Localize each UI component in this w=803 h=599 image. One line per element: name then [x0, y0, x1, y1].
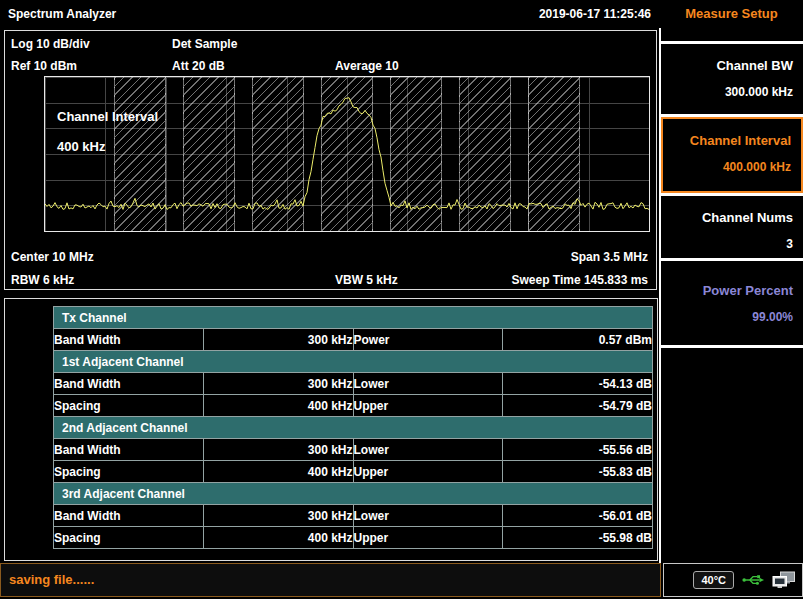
softkey-label: Channel BW: [661, 58, 793, 73]
row-label: Band Width: [54, 505, 204, 527]
row-value: -55.98 dB: [503, 527, 653, 549]
sidebar-spacer: [661, 28, 803, 41]
results-panel: Tx Channel Band Width 300 kHz Power 0.57…: [4, 298, 658, 561]
status-indicator-bar: 40°C: [663, 563, 803, 597]
table-row: Band Width 300 kHz Lower -54.13 dB: [54, 373, 653, 395]
softkey-channel-bw[interactable]: Channel BW 300.000 kHz: [661, 44, 803, 114]
row-label: Band Width: [54, 373, 204, 395]
graph-overlay-value: 400 kHz: [57, 139, 105, 154]
trace-svg: [45, 77, 649, 231]
spectrum-display-panel: Log 10 dB/div Det Sample Ref 10 dBm Att …: [4, 30, 657, 290]
row-label: Spacing: [54, 461, 204, 483]
rbw-label: RBW 6 kHz: [11, 273, 74, 287]
row-label: Band Width: [54, 329, 204, 351]
status-message-bar: saving file......: [0, 563, 661, 597]
section-title: 3rd Adjacent Channel: [54, 483, 653, 505]
softkey-label: Power Percent: [661, 283, 793, 298]
menu-title: Measure Setup: [660, 6, 803, 21]
row-value: 400 kHz: [203, 527, 353, 549]
datetime: 2019-06-17 11:25:46: [539, 7, 651, 21]
section-header-row: Tx Channel: [54, 307, 653, 329]
center-freq-label: Center 10 MHz: [11, 250, 94, 264]
row-label: Band Width: [54, 439, 204, 461]
row-label: Upper: [353, 461, 503, 483]
softkey-value: 3: [661, 237, 793, 251]
softkey-power-percent[interactable]: Power Percent 99.00%: [661, 269, 803, 345]
ref-level-annotation: Ref 10 dBm: [11, 59, 77, 73]
table-row: Band Width 300 kHz Lower -55.56 dB: [54, 439, 653, 461]
table-row: Band Width 300 kHz Power 0.57 dBm: [54, 329, 653, 351]
usb-icon: [742, 573, 764, 587]
softkey-channel-interval[interactable]: Channel Interval 400.000 kHz: [661, 117, 803, 193]
table-row: Spacing 400 kHz Upper -55.98 dB: [54, 527, 653, 549]
vbw-label: VBW 5 kHz: [335, 273, 398, 287]
section-header-row: 2nd Adjacent Channel: [54, 417, 653, 439]
top-bar: Spectrum Analyzer 2019-06-17 11:25:46 Me…: [0, 0, 803, 28]
temperature-chip: 40°C: [693, 571, 734, 589]
row-label: Spacing: [54, 527, 204, 549]
section-header-row: 1st Adjacent Channel: [54, 351, 653, 373]
softkey-value: 400.000 kHz: [663, 160, 791, 174]
row-value: 300 kHz: [203, 373, 353, 395]
row-value: 300 kHz: [203, 505, 353, 527]
section-header-row: 3rd Adjacent Channel: [54, 483, 653, 505]
graph-overlay-label: Channel Interval: [57, 109, 158, 124]
row-value: -55.83 dB: [503, 461, 653, 483]
row-value: -56.01 dB: [503, 505, 653, 527]
spectrum-analyzer-screen: Spectrum Analyzer 2019-06-17 11:25:46 Me…: [0, 0, 803, 599]
pc-network-icon: [772, 571, 796, 589]
row-label: Lower: [353, 439, 503, 461]
row-label: Upper: [353, 395, 503, 417]
app-title: Spectrum Analyzer: [8, 7, 116, 21]
section-title: Tx Channel: [54, 307, 653, 329]
softkey-label: Channel Interval: [663, 133, 791, 148]
row-value: 300 kHz: [203, 329, 353, 351]
table-row: Spacing 400 kHz Upper -55.83 dB: [54, 461, 653, 483]
results-table: Tx Channel Band Width 300 kHz Power 0.57…: [53, 306, 653, 549]
row-label: Upper: [353, 527, 503, 549]
scale-annotation: Log 10 dB/div: [11, 37, 90, 51]
row-value: -54.13 dB: [503, 373, 653, 395]
row-value: 300 kHz: [203, 439, 353, 461]
row-value: -54.79 dB: [503, 395, 653, 417]
span-label: Span 3.5 MHz: [571, 250, 648, 264]
softkey-value: 99.00%: [661, 310, 793, 324]
sweep-time-label: Sweep Time 145.833 ms: [511, 273, 648, 287]
row-label: Lower: [353, 373, 503, 395]
softkey-value: 300.000 kHz: [661, 85, 793, 99]
softkey-channel-nums[interactable]: Channel Nums 3: [661, 196, 803, 258]
softkey-menu: Channel BW 300.000 kHz Channel Interval …: [659, 28, 803, 563]
section-title: 2nd Adjacent Channel: [54, 417, 653, 439]
row-value: -55.56 dB: [503, 439, 653, 461]
status-message: saving file......: [9, 572, 94, 587]
detector-annotation: Det Sample: [172, 37, 237, 51]
row-value: 0.57 dBm: [503, 329, 653, 351]
table-row: Band Width 300 kHz Lower -56.01 dB: [54, 505, 653, 527]
row-label: Power: [353, 329, 503, 351]
row-value: 400 kHz: [203, 461, 353, 483]
table-row: Spacing 400 kHz Upper -54.79 dB: [54, 395, 653, 417]
softkey-label: Channel Nums: [661, 210, 793, 225]
row-label: Spacing: [54, 395, 204, 417]
average-annotation: Average 10: [335, 59, 399, 73]
section-title: 1st Adjacent Channel: [54, 351, 653, 373]
softkey-separator: [661, 345, 803, 348]
sidebar-spacer: [661, 261, 803, 269]
attenuation-annotation: Att 20 dB: [172, 59, 225, 73]
row-label: Lower: [353, 505, 503, 527]
spectrum-graph: Channel Interval 400 kHz: [44, 76, 650, 232]
row-value: 400 kHz: [203, 395, 353, 417]
